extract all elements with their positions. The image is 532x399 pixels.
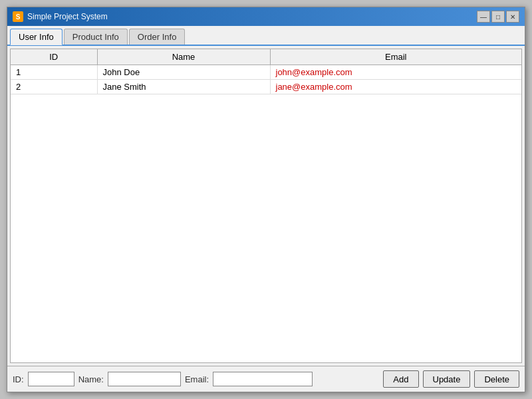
cell-name: John Doe: [97, 65, 270, 80]
delete-button[interactable]: Delete: [474, 370, 519, 388]
column-header-id: ID: [11, 49, 97, 65]
tab-product-info[interactable]: Product Info: [64, 29, 128, 45]
maximize-button[interactable]: □: [491, 11, 505, 23]
title-bar-left: S Simple Project System: [13, 11, 108, 22]
minimize-button[interactable]: —: [477, 11, 490, 23]
id-input[interactable]: [28, 372, 74, 386]
table-header-row: ID Name Email: [11, 49, 521, 65]
cell-email: john@example.com: [270, 65, 521, 80]
id-label: ID:: [13, 374, 24, 384]
column-header-name: Name: [97, 49, 270, 65]
add-button[interactable]: Add: [383, 370, 418, 388]
tab-order-info[interactable]: Order Info: [129, 29, 186, 45]
table-row[interactable]: 2Jane Smithjane@example.com: [11, 80, 521, 94]
column-header-email: Email: [270, 49, 521, 65]
window-title: Simple Project System: [27, 12, 108, 21]
title-bar: S Simple Project System — □ ✕: [7, 7, 525, 26]
cell-email: jane@example.com: [270, 80, 521, 94]
name-input[interactable]: [108, 372, 181, 386]
cell-name: Jane Smith: [97, 80, 270, 94]
name-label: Name:: [78, 374, 104, 384]
tabs-container: User Info Product Info Order Info: [7, 26, 525, 46]
email-label: Email:: [185, 374, 209, 384]
main-window: S Simple Project System — □ ✕ User Info …: [7, 7, 525, 392]
content-area: ID Name Email 1John Doejohn@example.com2…: [7, 46, 525, 366]
table-container: ID Name Email 1John Doejohn@example.com2…: [10, 49, 522, 363]
email-input[interactable]: [213, 372, 313, 386]
table-row[interactable]: 1John Doejohn@example.com: [11, 65, 521, 80]
cell-id: 2: [11, 80, 97, 94]
close-button[interactable]: ✕: [506, 11, 519, 23]
bottom-bar: ID: Name: Email: Add Update Delete: [7, 366, 525, 392]
data-table: ID Name Email 1John Doejohn@example.com2…: [11, 49, 521, 94]
tab-user-info[interactable]: User Info: [10, 29, 63, 45]
update-button[interactable]: Update: [423, 370, 471, 388]
title-buttons: — □ ✕: [477, 11, 519, 23]
cell-id: 1: [11, 65, 97, 80]
app-icon: S: [13, 11, 23, 22]
